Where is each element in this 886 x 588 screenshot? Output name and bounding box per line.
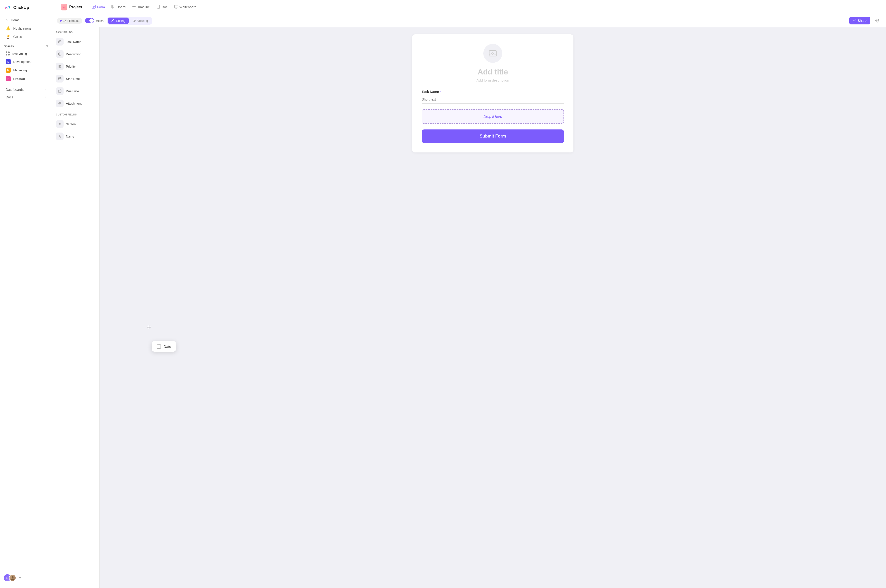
edit-pencil-icon xyxy=(111,19,114,22)
svg-rect-51 xyxy=(157,345,161,348)
sidebar-item-notifications[interactable]: 🔔 Notifications xyxy=(2,24,50,33)
form-area: Add title Add form description Task Name… xyxy=(100,27,886,588)
sidebar-user-area: S ∨ xyxy=(0,572,52,584)
drag-cursor: ✛ xyxy=(147,324,151,330)
sidebar-product-label: Product xyxy=(13,77,25,81)
timeline-tab-icon xyxy=(132,5,136,9)
field-due-date[interactable]: Due Date xyxy=(52,85,99,97)
sidebar-item-home-label: Home xyxy=(11,18,20,22)
viewing-button[interactable]: Viewing xyxy=(129,18,151,24)
sidebar-item-product[interactable]: P Product xyxy=(2,75,50,83)
task-name-field-group: Task Name* xyxy=(422,90,564,104)
editing-button[interactable]: Editing xyxy=(108,18,129,24)
svg-rect-15 xyxy=(134,6,135,8)
name-field-label: Name xyxy=(66,135,74,138)
form-image-placeholder[interactable] xyxy=(483,44,502,63)
logo-area: ClickUp xyxy=(0,4,52,16)
view-tabs: Form Board Timeline Doc xyxy=(86,3,202,10)
tab-whiteboard[interactable]: Whiteboard xyxy=(171,3,200,10)
svg-line-30 xyxy=(854,21,855,21)
start-date-field-label: Start Date xyxy=(66,77,80,81)
field-attachment[interactable]: Attachment xyxy=(52,97,99,110)
results-badge[interactable]: 144 Results xyxy=(57,18,82,24)
drag-tooltip-label: Date xyxy=(164,345,171,348)
svg-rect-19 xyxy=(174,5,178,8)
notifications-icon: 🔔 xyxy=(6,26,11,31)
project-tab[interactable]: Project xyxy=(57,0,86,14)
results-dot xyxy=(60,20,62,22)
screen-field-icon: # xyxy=(56,120,63,128)
description-field-label: Description xyxy=(66,52,81,56)
sidebar-item-development[interactable]: D Development xyxy=(2,57,50,66)
svg-rect-41 xyxy=(59,78,61,80)
sidebar-item-home[interactable]: ⌂ Home xyxy=(2,16,50,24)
home-icon: ⌂ xyxy=(6,18,8,22)
tab-timeline[interactable]: Timeline xyxy=(129,3,153,10)
topbar: Project Form Board Tim xyxy=(52,0,886,14)
tab-doc[interactable]: Doc xyxy=(154,3,171,10)
sidebar-item-everything[interactable]: Everything xyxy=(2,50,50,57)
field-start-date[interactable]: Start Date xyxy=(52,72,99,85)
svg-rect-12 xyxy=(114,5,115,8)
svg-point-3 xyxy=(12,576,14,578)
product-badge: P xyxy=(6,76,11,81)
submit-form-button[interactable]: Submit Form xyxy=(422,129,564,143)
tab-board[interactable]: Board xyxy=(109,3,128,10)
description-field-icon xyxy=(56,50,63,58)
share-label: Share xyxy=(858,19,866,22)
drag-tooltip-date-icon xyxy=(156,344,161,349)
drop-zone[interactable]: Drop it here xyxy=(422,109,564,124)
task-name-form-label: Task Name* xyxy=(422,90,564,94)
tab-form[interactable]: Form xyxy=(89,3,108,10)
dashboards-arrow-icon: › xyxy=(45,88,46,91)
form-title[interactable]: Add title xyxy=(422,68,564,76)
docs-arrow-icon: › xyxy=(45,96,46,99)
whiteboard-tab-icon xyxy=(174,5,178,9)
doc-tab-icon xyxy=(156,5,160,9)
priority-field-icon xyxy=(56,63,63,70)
start-date-field-icon xyxy=(56,75,63,82)
main-content: Project Form Board Tim xyxy=(52,0,886,588)
project-name: Project xyxy=(69,5,82,9)
required-star: * xyxy=(440,90,441,94)
viewing-label: Viewing xyxy=(137,19,148,22)
task-name-input[interactable] xyxy=(422,96,564,104)
drop-zone-text: Drop it here xyxy=(484,114,502,118)
tab-whiteboard-label: Whiteboard xyxy=(180,5,197,9)
active-toggle[interactable] xyxy=(85,18,94,23)
editing-label: Editing xyxy=(116,19,125,22)
form-card: Add title Add form description Task Name… xyxy=(412,34,574,153)
user-chevron-icon[interactable]: ∨ xyxy=(19,576,21,579)
form-description[interactable]: Add form description xyxy=(422,78,564,82)
spaces-chevron-icon[interactable]: ∨ xyxy=(46,45,48,48)
field-screen[interactable]: # Screen xyxy=(52,118,99,130)
field-task-name[interactable]: Task Name xyxy=(52,36,99,48)
sidebar-marketing-label: Marketing xyxy=(13,69,27,72)
development-badge: D xyxy=(6,59,11,64)
svg-point-28 xyxy=(855,21,856,22)
sidebar-item-dashboards[interactable]: Dashboards › xyxy=(2,86,50,93)
due-date-field-label: Due Date xyxy=(66,89,79,93)
field-priority[interactable]: Priority xyxy=(52,60,99,72)
field-description[interactable]: Description xyxy=(52,48,99,60)
svg-point-26 xyxy=(855,19,856,20)
share-icon xyxy=(853,19,856,22)
sidebar-item-marketing[interactable]: M Marketing xyxy=(2,66,50,75)
everything-icon xyxy=(6,51,10,56)
marketing-badge: M xyxy=(6,68,11,73)
sidebar-item-docs[interactable]: Docs › xyxy=(2,93,50,101)
drag-tooltip: Date xyxy=(152,341,176,352)
attachment-field-icon xyxy=(56,100,63,107)
view-eye-icon xyxy=(132,19,136,22)
settings-button[interactable] xyxy=(873,16,881,25)
share-button[interactable]: Share xyxy=(849,17,870,24)
edit-view-group: Editing Viewing xyxy=(107,17,152,25)
svg-rect-14 xyxy=(133,6,134,8)
form-tab-icon xyxy=(92,5,96,9)
svg-rect-49 xyxy=(489,51,496,56)
svg-rect-11 xyxy=(113,5,114,8)
field-name[interactable]: A Name xyxy=(52,130,99,142)
attachment-field-label: Attachment xyxy=(66,102,81,105)
svg-rect-10 xyxy=(112,5,113,8)
sidebar-item-goals[interactable]: 🏆 Goals xyxy=(2,33,50,41)
